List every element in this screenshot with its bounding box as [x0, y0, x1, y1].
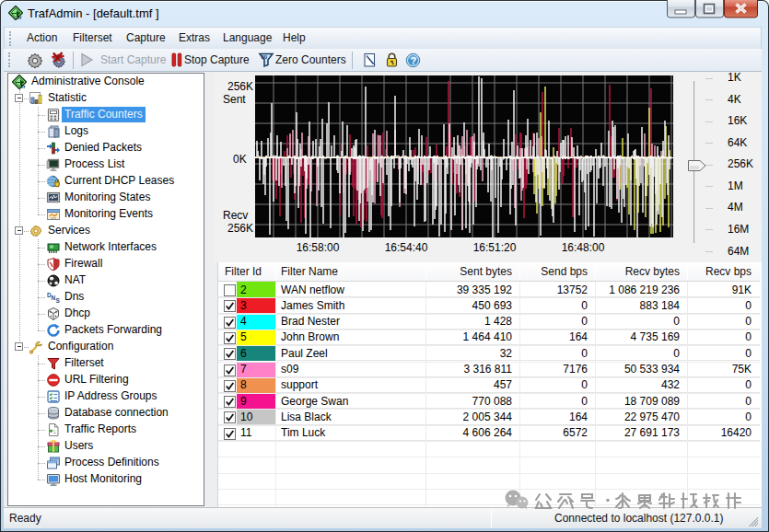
svg-text:Tr: Tr	[20, 84, 26, 89]
svg-text:00: 00	[262, 54, 268, 60]
svg-text:Tr: Tr	[17, 15, 22, 20]
svg-text:?: ?	[411, 55, 416, 66]
svg-text:S: S	[56, 297, 61, 304]
